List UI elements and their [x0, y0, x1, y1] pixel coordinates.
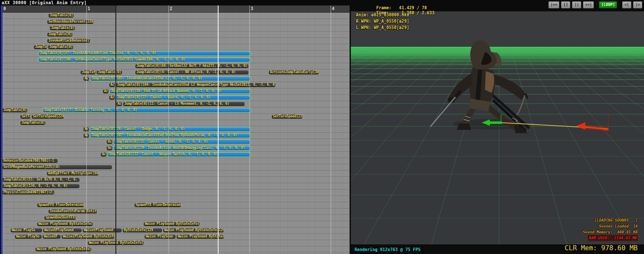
red-direction-arrow	[576, 122, 585, 130]
loop-toggle-button[interactable]: [LOOP]	[599, 1, 617, 8]
timeline-event[interactable]: WwiseSF	[42, 234, 61, 239]
ram-used-label: RAM USED: 2284.93 MB	[588, 235, 638, 241]
left-weapon-label: L WPN: WP_A_0550[a29]	[356, 25, 409, 30]
timeline-event[interactable]: JumpTable[0](4: Cancel - RH Attack, 0, -…	[135, 70, 249, 75]
timeline-event[interactable]: PhysicsClassUnk907[907](2,	[2, 190, 55, 195]
timeline-event[interactable]: Ac	[116, 102, 123, 107]
timeline-event[interactable]: SetSPRegenRatePercent[225](0)	[2, 165, 112, 170]
anim-filename-label: Anim: a025_030000.hkx	[356, 13, 409, 17]
timeline-event[interactable]: JumpTable[0](16: End If LH Attack Queued…	[109, 89, 251, 94]
timeline-track[interactable]: JumpTable[0]SetKnockbackPercent[226]Jump…	[0, 13, 350, 254]
timeline-event[interactable]: JumpTable[0]	[48, 45, 74, 50]
pause-button[interactable]: ||	[572, 1, 581, 8]
timeline-event[interactable]: BehaviorDataUnk700[700](-1	[2, 158, 58, 163]
timeline-event[interactable]: JumpTable[0]	[47, 32, 73, 37]
timeline-event[interactable]: Ac	[109, 95, 115, 100]
timeline-event[interactable]: Wwise PlaySo	[14, 234, 42, 239]
timeline-event[interactable]: SpawnOneShotFFX[96]	[44, 215, 77, 220]
timeline-event[interactable]: SetTu	[20, 114, 31, 119]
go-to-end-button[interactable]: >>|	[583, 1, 594, 8]
timeline-panel: aXX 30000 [Original Anim Entry] 01234 Ju…	[0, 0, 350, 254]
timeline-event[interactable]: JumpTat	[80, 70, 96, 75]
viewport-panel: Anim: a025_030000.hkx R WPN: WP_A_0550[a…	[351, 0, 644, 254]
timeline-event[interactable]: JumpTable[0]	[20, 120, 46, 126]
scene-overlay	[351, 11, 644, 244]
timeline-event[interactable]: JumpTable[0](106: GetWeaponCancelType Hk…	[38, 57, 251, 62]
second-gridline	[86, 5, 87, 254]
timeline-event[interactable]: JumpTable[0](51: Set 0x78 6, 0, -1, 6, 0	[2, 177, 80, 182]
step-forward-button[interactable]: |>	[633, 1, 642, 8]
timeline-event[interactable]: JumpTable[0](104: InvokeAnimCancelEnd L2…	[115, 83, 276, 88]
timeline-event[interactable]: Wwise PlaySo	[10, 228, 43, 233]
timeline-title: aXX 30000 [Original Anim Entry]	[0, 0, 350, 5]
timeline-event[interactable]: ActivateJumpTableEarly[300]	[268, 70, 319, 75]
timeline-event[interactable]: Ac	[100, 152, 107, 157]
timeline-event[interactable]: JumpTable[0](7: Disable Turning, 0, -1, …	[42, 108, 251, 113]
timeline-event[interactable]: WwiseiPlaySound ByStateInfo[129]	[61, 234, 115, 239]
timeline-event[interactable]: SetTurnSpeed[224]	[31, 114, 64, 119]
timeline-event[interactable]: JumpTable[0](87: InvokeAttackAction Comp…	[38, 51, 251, 56]
transport-controls: |<<[]||>>|[LOOP]<||>	[548, 1, 642, 8]
timeline-event[interactable]: JumpTable[0]	[48, 13, 74, 18]
ruler-mark-3: 3	[251, 6, 253, 11]
timeline-event[interactable]: JumpTable[0]	[49, 26, 75, 31]
go-to-start-button[interactable]: |<<	[548, 1, 559, 8]
timeline-event[interactable]: JumpTable[0](31: Cancel - Goods, 0, -1, …	[113, 139, 251, 144]
second-gridline	[331, 5, 331, 254]
timeline-event[interactable]: Wwise PlaySound ByStateInfo[129]	[176, 234, 224, 239]
timeline-event[interactable]: Ac	[106, 146, 113, 151]
ruler-active-range	[115, 5, 218, 12]
animation-end-marker	[218, 5, 219, 254]
stop-button[interactable]: []	[561, 1, 570, 8]
timeline-event[interactable]: JumpTable[0](26: Cancel - Dodge, 0, -1, …	[90, 127, 251, 132]
character-model	[430, 40, 529, 133]
timeline-event[interactable]: SpawnFFX FloorDetermined[112]	[134, 203, 182, 208]
timeline-event[interactable]: JumpTable[0]	[2, 108, 28, 113]
timeline-event[interactable]: Ac	[102, 89, 109, 94]
playhead-line[interactable]	[115, 5, 116, 254]
render-stats-label: Rendering 912x763 @ 75 FPS	[354, 247, 422, 252]
timeline-event[interactable]: JumpTable[0](22: Cancel - Guard, 0, -1, …	[115, 95, 251, 100]
timeline-event[interactable]: Ac	[109, 83, 115, 88]
timeline-event[interactable]: Wwise PlaySound ByStateInfo[129]	[37, 222, 94, 227]
ds-anim-studio-window: aXX 30000 [Original Anim Entry] 01234 Ju…	[0, 0, 644, 254]
timeline-event[interactable]: Wwise PlaySoun	[144, 234, 176, 239]
model-viewport[interactable]: Anim: a025_030000.hkx R WPN: WP_A_0550[a…	[351, 11, 644, 244]
timeline-event[interactable]: JumpTable[0](107: InvokeAnimCancelEnd Us…	[90, 133, 251, 138]
clr-memory-label: CLR Mem: 978.60 MB	[565, 244, 638, 252]
sound-memory-label: Sound Memory: 400.81 KB	[583, 229, 638, 235]
second-gridline	[168, 5, 169, 254]
timeline-event[interactable]: SpawnFFX FloorDetermined[112]	[37, 203, 84, 208]
right-weapon-label: R WPN: WP_A_0550[a29]	[356, 19, 409, 24]
timeline-event[interactable]: Wwise PlaySound ByStateInfo[129]	[143, 222, 200, 227]
step-back-button[interactable]: <|	[622, 1, 631, 8]
timeline-event[interactable]: Ac	[106, 139, 113, 144]
timeline-event[interactable]: Wwise PlaySound ByStateInfo[129]	[35, 247, 92, 252]
timeline-event[interactable]: SetTurnSpeed[224]	[271, 114, 303, 119]
timeline-event[interactable]: ByStateInfo[129	[122, 228, 163, 233]
timeline-ruler[interactable]: 01234	[0, 5, 350, 13]
timeline-event[interactable]: WwiseSPlaySound	[43, 228, 82, 233]
viewport-topbar: Frame: 41.429 / 78 Time: 1.380 / 2.633 |…	[351, 0, 644, 11]
timeline-event[interactable]: JumpTable[0](103: InvokeAnimCancelEnd L2…	[90, 76, 251, 81]
timeline-event[interactable]: JumpTable[0](66: SetBool32 0x7C 7 hks271…	[135, 64, 249, 69]
timeline-event[interactable]: JumpTat	[33, 45, 48, 50]
timeline-event[interactable]: InvokeFootSfxParam Entity[792]	[48, 209, 98, 214]
timeline-event[interactable]: JumpTable[0](29: InvokeAction AndTAEDebu…	[113, 146, 251, 151]
timeline-event[interactable]: InvokeAttackBehavior[1]	[47, 38, 91, 43]
timeline-event[interactable]: JumpTable[0](134, 0, -1, 6, 0, 0)	[2, 184, 80, 189]
timeline-event[interactable]: JumpTable[0](11: Cancel - LS Movement, 0…	[123, 102, 245, 107]
timeline-start-marker	[1, 5, 3, 254]
viewport-bottombar: Rendering 912x763 @ 75 FPS CLR Mem: 978.…	[351, 244, 644, 254]
sound-status-stack: [LOADING SOUNDS...] Sounds Loaded: 16 So…	[583, 217, 638, 241]
ruler-mark-1: 1	[88, 6, 90, 11]
timeline-event[interactable]: AddSpEffect Multiplayer[66]	[46, 171, 99, 176]
timeline-event[interactable]: JumpTable[0]	[96, 70, 123, 75]
timeline-event[interactable]: Wwise PlaySound ByStateInfo[129]	[163, 228, 224, 233]
timeline-event[interactable]: SetKnockbackPercent[226]	[47, 19, 94, 24]
ruler-mark-4: 4	[332, 6, 334, 11]
loading-sounds-label: [LOADING SOUNDS...]	[583, 217, 638, 223]
second-gridline	[249, 5, 250, 254]
sounds-loaded-label: Sounds Loaded: 16	[583, 223, 638, 229]
timeline-event[interactable]: JumpTable[0](32: Cancel - Weapon Switch,…	[107, 152, 251, 157]
